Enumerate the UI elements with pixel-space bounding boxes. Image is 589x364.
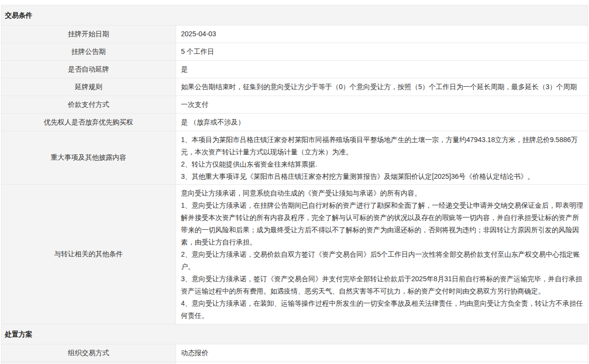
field-value: 5 个工作日 bbox=[176, 43, 588, 60]
row-preemptive-right-waiver: 优先权人是否放弃优先购买权 是 （放弃或不涉及） bbox=[1, 114, 588, 131]
row-payment-method: 价款支付方式 一次支付 bbox=[1, 96, 588, 114]
field-label: 延牌规则 bbox=[1, 78, 176, 96]
field-value: 是 bbox=[176, 61, 588, 78]
field-label: 重大事项及其他披露内容 bbox=[1, 131, 176, 184]
field-label: 挂牌开始日期 bbox=[1, 25, 176, 43]
field-value bbox=[176, 362, 588, 364]
field-value: 1、本项目为莱阳市吕格庄镇汪家夼村莱阳市同福养殖场项目平整场地产生的土壤一宗，方… bbox=[176, 131, 588, 184]
row-major-matters-disclosure: 重大事项及其他披露内容 1、本项目为莱阳市吕格庄镇汪家夼村莱阳市同福养殖场项目平… bbox=[1, 131, 588, 185]
field-value: 是 （放弃或不涉及） bbox=[176, 114, 588, 131]
field-label bbox=[1, 362, 176, 364]
field-label: 是否自动延牌 bbox=[1, 61, 176, 78]
row-extension-rules: 延牌规则 如果公告期结束时，征集到的意向受让方少于等于（0）个意向受让方，按照（… bbox=[1, 78, 588, 96]
field-label: 与转让相关的其他条件 bbox=[1, 185, 176, 324]
row-listing-start-date: 挂牌开始日期 2025-04-03 bbox=[1, 25, 588, 43]
row-listing-announcement-period: 挂牌公告期 5 个工作日 bbox=[1, 43, 588, 61]
field-label: 优先权人是否放弃优先购买权 bbox=[1, 114, 176, 131]
section-header-disposal-plan: 处置方案 bbox=[1, 324, 588, 344]
field-label: 组织交易方式 bbox=[1, 344, 176, 362]
row-transaction-organization-method: 组织交易方式 动态报价 bbox=[1, 344, 588, 362]
field-label: 价款支付方式 bbox=[1, 96, 176, 113]
field-value: 意向受让方须承诺，同意系统自动生成的《资产受让须知与承诺》的所有内容。 1、意向… bbox=[176, 185, 588, 324]
field-value: 2025-04-03 bbox=[176, 25, 588, 43]
section-header-transaction-conditions: 交易条件 bbox=[1, 5, 588, 25]
asset-listing-detail-table: 交易条件 挂牌开始日期 2025-04-03 挂牌公告期 5 个工作日 是否自动… bbox=[1, 5, 588, 364]
field-value: 如果公告期结束时，征集到的意向受让方少于等于（0）个意向受让方，按照（5）个工作… bbox=[176, 78, 588, 96]
row-other-transfer-conditions: 与转让相关的其他条件 意向受让方须承诺，同意系统自动生成的《资产受让须知与承诺》… bbox=[1, 185, 588, 324]
row-auto-extension: 是否自动延牌 是 bbox=[1, 61, 588, 78]
field-value: 一次支付 bbox=[176, 96, 588, 113]
field-value: 动态报价 bbox=[176, 344, 588, 362]
row-next-partial bbox=[1, 362, 588, 364]
field-label: 挂牌公告期 bbox=[1, 43, 176, 60]
